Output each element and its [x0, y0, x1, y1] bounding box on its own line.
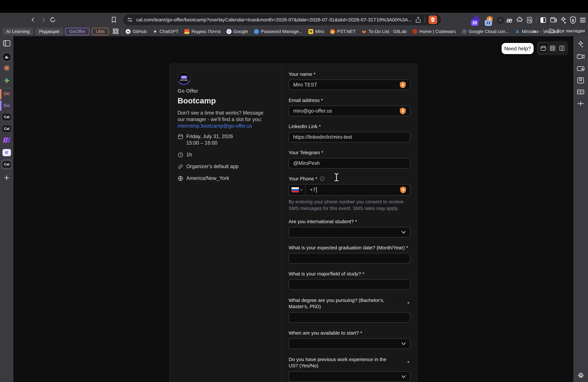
tab-group-label-gooffer[interactable]: Go — [0, 103, 13, 108]
view-grid-button[interactable] — [548, 43, 557, 54]
settings-button[interactable] — [573, 372, 588, 379]
menu-button[interactable] — [580, 17, 586, 24]
info-icon[interactable] — [320, 176, 325, 181]
telegram-input[interactable]: @MiroPesh — [289, 158, 410, 169]
graduation-input[interactable] — [289, 253, 410, 264]
leo-ai-button[interactable] — [560, 16, 567, 24]
bookmark-flag-icon — [111, 17, 116, 23]
vpn-button[interactable] — [570, 16, 576, 24]
site-settings-icon[interactable] — [127, 17, 133, 22]
country-select[interactable] — [289, 185, 306, 195]
tab-groups-grid-button[interactable] — [112, 28, 119, 35]
share-icon[interactable] — [415, 17, 421, 23]
bookmark-pstnet[interactable]: PST.NET — [330, 29, 356, 34]
reading-list-button[interactable] — [573, 89, 588, 95]
toolbar-separator — [536, 17, 537, 23]
phone-input[interactable]: +7 — [289, 184, 410, 196]
dark-extension-icon — [498, 18, 503, 22]
pinned-app-gemini[interactable] — [0, 76, 13, 84]
chevron-down-icon — [401, 231, 406, 234]
bookmarks-overflow-chevron[interactable]: » — [533, 28, 536, 34]
password-manager-shield-icon[interactable] — [400, 81, 406, 88]
tab-group-ai-learning[interactable]: AI Learning — [3, 28, 33, 35]
forward-button[interactable] — [39, 16, 47, 24]
extension-dark-button[interactable] — [497, 17, 504, 24]
pinned-app-boat[interactable] — [0, 52, 13, 62]
booking-card: GO OFFER Go Offer Bootcamp Don’t see a t… — [169, 64, 418, 382]
bookmark-password-manager[interactable]: Password Manage... — [254, 29, 302, 34]
bookmark-yandex-mail[interactable]: Яндекс Почта — [184, 29, 221, 34]
bookmark-google[interactable]: GGoogle — [227, 29, 248, 34]
organizer-name: Go Offer — [178, 88, 198, 94]
extension-dashlane-button[interactable]: 25 — [472, 16, 481, 24]
tab-cal-active[interactable]: Cal — [0, 159, 13, 170]
tab-group-label-utils[interactable]: Uti — [0, 91, 13, 96]
tab-cal-1[interactable]: Cal — [0, 113, 13, 121]
wallet-panel-button[interactable] — [573, 65, 588, 72]
search-page-button[interactable] — [526, 17, 533, 24]
url-bar[interactable]: cal.com/team/go-offer/bootcamp?overlayCa… — [123, 14, 441, 25]
tab-miro[interactable] — [0, 137, 13, 143]
panel-toggle-icon — [3, 40, 10, 46]
major-input[interactable] — [289, 279, 410, 290]
sidebar-panel-toggle[interactable] — [0, 40, 13, 46]
tab-cal-2[interactable]: Cal — [0, 125, 13, 132]
tab-k-app[interactable]: K — [0, 149, 13, 156]
new-tab-button[interactable] — [0, 174, 13, 181]
extension-ae-icon[interactable]: æ — [506, 16, 512, 24]
bookmark-page-button[interactable] — [110, 16, 118, 24]
reload-icon — [50, 17, 56, 23]
name-input[interactable]: Miro TEST — [289, 80, 410, 90]
bookmark-gitlab[interactable]: To-Do List · GitLab — [362, 29, 407, 34]
tab-group-utils[interactable]: Utils — [92, 28, 109, 35]
right-side-panel — [573, 36, 588, 382]
us-experience-select[interactable] — [289, 371, 410, 382]
bookmark-google-cloud[interactable]: Google Cloud con... — [462, 29, 509, 34]
view-columns-button[interactable] — [557, 43, 567, 54]
manager-email-link[interactable]: internship.bootcamp@go-offer.us — [178, 123, 252, 129]
google-icon: G — [227, 29, 231, 34]
view-calendar-button[interactable] — [539, 43, 548, 54]
password-manager-shield-icon[interactable] — [400, 107, 406, 114]
phone-value: +7 — [310, 187, 317, 193]
back-button[interactable] — [29, 16, 37, 24]
github-icon: ● — [126, 29, 130, 34]
pinned-app-starburst[interactable] — [0, 64, 13, 72]
brave-shields-icon[interactable] — [429, 16, 437, 24]
extension-shield-button[interactable]: 22 — [485, 16, 494, 24]
starburst-icon — [3, 64, 10, 72]
url-text[interactable]: cal.com/team/go-offer/bootcamp?overlayCa… — [136, 17, 412, 22]
brave-lion-glyph — [430, 17, 435, 22]
bookmark-miro[interactable]: MMiro — [308, 29, 324, 34]
name-label: Your name * — [289, 71, 410, 77]
sidebar-toggle-button[interactable] — [540, 17, 546, 24]
need-help-button[interactable]: Need help? — [502, 43, 534, 54]
card-divider — [282, 64, 282, 382]
extensions-puzzle-button[interactable] — [516, 17, 523, 24]
bookmarks-panel-button[interactable] — [573, 77, 588, 84]
bookmark-github[interactable]: ●GitHub — [126, 29, 147, 34]
degree-input[interactable] — [289, 312, 410, 323]
leo-sidebar-button[interactable] — [573, 41, 588, 48]
add-panel-button[interactable] — [573, 100, 588, 107]
tab-group-gooffer[interactable]: GoOffer — [65, 28, 89, 35]
k-icon: K — [2, 149, 11, 156]
password-manager-shield-icon[interactable] — [400, 186, 406, 193]
wallet-button[interactable] — [550, 17, 557, 24]
international-select[interactable] — [289, 227, 410, 237]
boat-icon — [3, 53, 10, 61]
google-cloud-icon — [462, 29, 467, 34]
start-select[interactable] — [289, 338, 410, 349]
event-timezone[interactable]: America/New_York — [178, 175, 229, 182]
tab-group-redakcia[interactable]: Редакция — [35, 28, 63, 35]
reload-button[interactable] — [49, 16, 57, 24]
miro-icon: M — [308, 29, 313, 34]
all-bookmarks-button[interactable]: Все закладки — [549, 28, 585, 34]
bookmark-chatgpt[interactable]: ✻ChatGPT — [152, 29, 179, 34]
linkedin-input[interactable]: https://linkedin/in/miro-test — [289, 132, 410, 142]
bookmark-codewars[interactable]: Home | Codewars — [412, 29, 456, 34]
bookmarks-bar: AI Learning Редакция GoOffer Utils ●GitH… — [0, 27, 588, 36]
cal-logo: Cal — [2, 161, 11, 168]
email-input[interactable]: miro@go-offer.us — [289, 106, 410, 116]
video-call-button[interactable] — [573, 53, 588, 60]
